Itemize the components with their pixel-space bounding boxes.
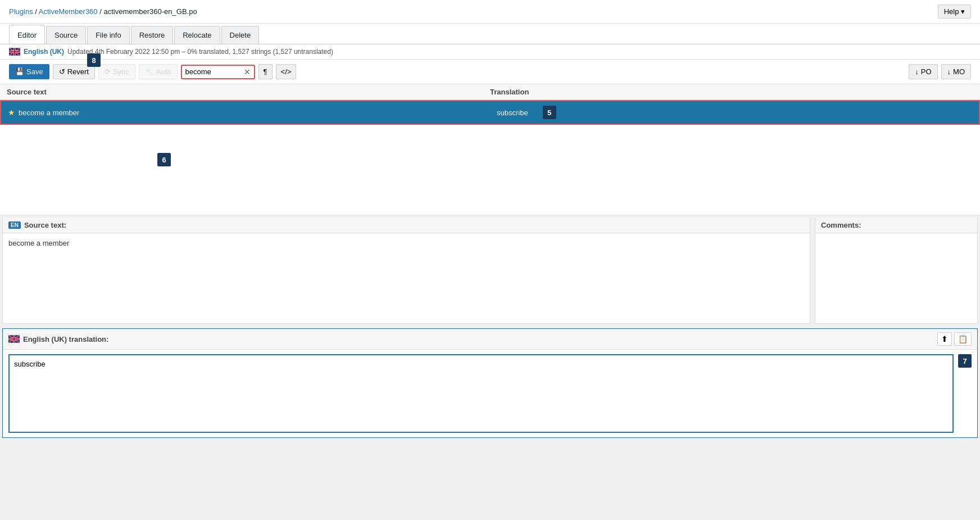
sync-button[interactable]: ⟳ Sync bbox=[98, 64, 135, 79]
status-text: Updated 4th February 2022 12:50 pm – 0% … bbox=[67, 48, 333, 56]
revert-icon: ↺ bbox=[59, 67, 65, 76]
search-input[interactable] bbox=[185, 67, 242, 76]
translation-table: Source text Translation ★ become a membe… bbox=[0, 84, 980, 215]
auto-button[interactable]: 🔧 Auto bbox=[139, 64, 178, 79]
source-panel: EN Source text: become a member bbox=[2, 218, 810, 324]
translation-section: English (UK) translation: ⬆ 📋 subscribe … bbox=[2, 328, 978, 438]
col-source-header: Source text bbox=[7, 88, 490, 96]
save-button[interactable]: 💾 Save bbox=[9, 64, 49, 79]
step-5-badge: 5 bbox=[543, 106, 556, 119]
lower-section: EN Source text: become a member Comments… bbox=[0, 215, 980, 440]
star-icon: ★ bbox=[8, 108, 15, 117]
translation-header: English (UK) translation: ⬆ 📋 bbox=[3, 329, 977, 350]
translation-panel-title: English (UK) translation: bbox=[23, 335, 108, 343]
upload-icon-btn[interactable]: ⬆ bbox=[937, 332, 952, 346]
source-panel-title: Source text: bbox=[24, 221, 66, 229]
pilcrow-button[interactable]: ¶ bbox=[258, 64, 273, 79]
empty-rows: 6 bbox=[0, 125, 980, 215]
step-8-badge-overlay: 8 bbox=[87, 53, 101, 67]
toolbar: 💾 Save ↺ Revert ⟳ Sync 🔧 Auto ✕ ¶ </> ↓ … bbox=[0, 60, 980, 84]
comments-panel-header: Comments: bbox=[815, 218, 977, 233]
sync-icon: ⟳ bbox=[105, 67, 111, 76]
download-po-button[interactable]: ↓ PO bbox=[909, 64, 937, 79]
translation-icons: ⬆ 📋 bbox=[937, 332, 972, 346]
tab-delete[interactable]: Delete bbox=[221, 26, 260, 44]
breadcrumb-sep1: / bbox=[35, 7, 37, 16]
translation-text: subscribe bbox=[497, 108, 528, 117]
breadcrumb-bar: Plugins / ActiveMember360 / activemember… bbox=[0, 0, 980, 24]
source-text: become a member bbox=[19, 108, 79, 117]
comments-panel: Comments: bbox=[815, 218, 978, 324]
step-7-badge: 7 bbox=[958, 354, 972, 368]
comments-panel-content bbox=[815, 233, 977, 323]
tab-source[interactable]: Source bbox=[46, 26, 86, 44]
source-content-text: become a member bbox=[8, 239, 69, 247]
search-clear-icon[interactable]: ✕ bbox=[244, 67, 251, 76]
en-badge: EN bbox=[8, 221, 21, 229]
download-mo-icon: ↓ bbox=[947, 67, 951, 76]
translation-cell: subscribe 5 bbox=[490, 101, 979, 124]
table-header: Source text Translation bbox=[0, 84, 980, 100]
tab-editor[interactable]: Editor bbox=[9, 25, 45, 44]
translation-textarea[interactable]: subscribe bbox=[8, 354, 954, 433]
step-6-badge: 6 bbox=[157, 153, 171, 166]
search-box: ✕ bbox=[181, 65, 255, 79]
table-row[interactable]: ★ become a member subscribe 5 bbox=[0, 100, 980, 125]
locale-label: English (UK) bbox=[24, 48, 64, 56]
breadcrumb-sep2: / bbox=[99, 7, 102, 16]
col-translation-header: Translation bbox=[490, 88, 973, 96]
code-button[interactable]: </> bbox=[276, 64, 297, 79]
help-button[interactable]: Help ▾ bbox=[938, 4, 971, 19]
download-po-icon: ↓ bbox=[915, 67, 919, 76]
status-bar: English (UK) Updated 4th February 2022 1… bbox=[0, 44, 980, 60]
breadcrumb-filename: activemember360-en_GB.po bbox=[103, 7, 197, 16]
source-panel-header: EN Source text: bbox=[3, 218, 810, 233]
comments-title: Comments: bbox=[821, 221, 861, 229]
auto-icon: 🔧 bbox=[145, 67, 154, 76]
download-mo-button[interactable]: ↓ MO bbox=[941, 64, 971, 79]
uk-flag-icon bbox=[9, 48, 20, 56]
content-area: Source text Translation ★ become a membe… bbox=[0, 84, 980, 520]
main-panels: EN Source text: become a member Comments… bbox=[2, 218, 978, 324]
uk-flag-translation-icon bbox=[8, 335, 20, 343]
breadcrumb-activemember[interactable]: ActiveMember360 bbox=[39, 7, 98, 16]
clipboard-icon-btn[interactable]: 📋 bbox=[954, 332, 972, 346]
save-icon: 💾 bbox=[15, 67, 24, 76]
breadcrumb-plugins[interactable]: Plugins bbox=[9, 7, 33, 16]
source-panel-content: become a member bbox=[3, 233, 810, 323]
tab-relocate[interactable]: Relocate bbox=[174, 26, 220, 44]
tabs-bar: Editor Source File info Restore Relocate… bbox=[0, 24, 980, 44]
tab-restore[interactable]: Restore bbox=[131, 26, 174, 44]
tab-fileinfo[interactable]: File info bbox=[87, 26, 130, 44]
source-cell: ★ become a member bbox=[1, 101, 490, 124]
